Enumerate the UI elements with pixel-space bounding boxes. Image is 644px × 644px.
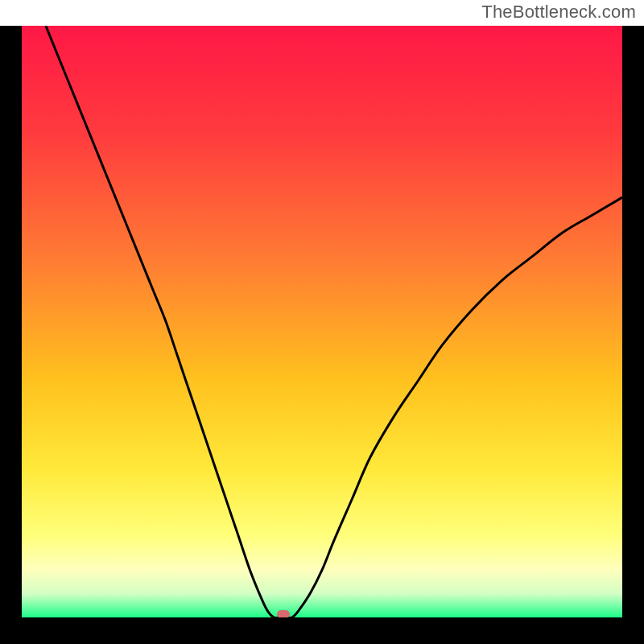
- plot-border: [0, 26, 644, 644]
- plot-area: [22, 26, 622, 617]
- bottleneck-curve: [22, 26, 622, 617]
- watermark-text: TheBottleneck.com: [481, 2, 636, 23]
- chart-frame: TheBottleneck.com: [0, 0, 644, 644]
- optimum-marker: [277, 610, 290, 617]
